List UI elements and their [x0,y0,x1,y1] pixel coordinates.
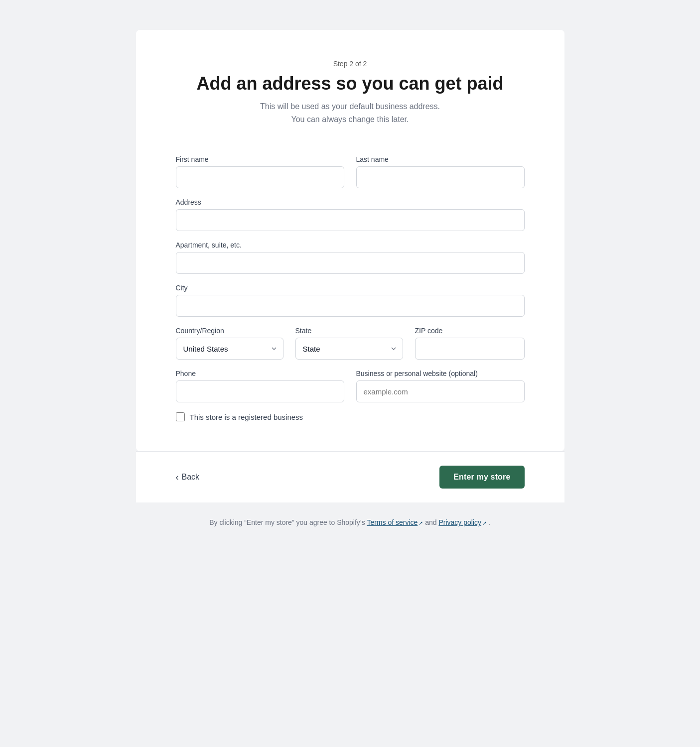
phone-label: Phone [176,370,344,377]
external-link-icon: ➚ [419,520,423,526]
legal-text: By clicking “Enter my store” you agree t… [209,518,491,536]
country-label: Country/Region [176,327,283,335]
country-select[interactable]: United States Canada United Kingdom Aust… [176,338,283,360]
phone-group: Phone [176,370,344,402]
privacy-policy-link[interactable]: Privacy policy➚ [438,518,487,526]
apt-row: Apartment, suite, etc. [176,241,525,274]
checkbox-row: This store is a registered business [176,412,525,421]
city-row: City [176,284,525,317]
first-name-label: First name [176,155,344,163]
website-label: Business or personal website (optional) [356,370,525,377]
last-name-input[interactable] [356,166,525,188]
last-name-label: Last name [356,155,525,163]
state-group: State State Alabama Alaska Arizona Calif… [295,327,403,360]
chevron-left-icon: ‹ [176,472,179,483]
address-row: Address [176,198,525,231]
subtitle-line2: You can always change this later. [291,115,409,124]
state-label: State [295,327,403,335]
website-group: Business or personal website (optional) [356,370,525,402]
back-label: Back [182,473,200,482]
registered-business-label: This store is a registered business [190,413,303,421]
country-group: Country/Region United States Canada Unit… [176,327,283,360]
form-card: Step 2 of 2 Add an address so you can ge… [136,30,564,451]
city-group: City [176,284,525,317]
address-input[interactable] [176,209,525,231]
apt-label: Apartment, suite, etc. [176,241,525,249]
terms-of-service-link[interactable]: Terms of service➚ [367,518,423,526]
phone-website-row: Phone Business or personal website (opti… [176,370,525,402]
legal-period: . [487,518,491,526]
zip-input[interactable] [415,338,525,360]
external-link-icon-2: ➚ [482,520,487,526]
last-name-group: Last name [356,155,525,188]
state-select[interactable]: State Alabama Alaska Arizona California … [295,338,403,360]
address-label: Address [176,198,525,206]
apt-group: Apartment, suite, etc. [176,241,525,274]
address-group: Address [176,198,525,231]
legal-before-text: By clicking “Enter my store” you agree t… [209,518,367,526]
back-button[interactable]: ‹ Back [176,472,200,483]
page-subtitle: This will be used as your default busine… [176,100,525,125]
subtitle-line1: This will be used as your default busine… [260,102,440,111]
apt-input[interactable] [176,252,525,274]
first-name-input[interactable] [176,166,344,188]
city-input[interactable] [176,295,525,317]
page-title: Add an address so you can get paid [176,73,525,94]
name-row: First name Last name [176,155,525,188]
zip-group: ZIP code [415,327,525,360]
step-indicator: Step 2 of 2 [176,60,525,68]
registered-business-checkbox[interactable] [176,412,185,421]
city-label: City [176,284,525,292]
zip-label: ZIP code [415,327,525,335]
phone-input[interactable] [176,380,344,402]
enter-store-button[interactable]: Enter my store [439,466,524,489]
footer-bar: ‹ Back Enter my store [136,451,564,502]
legal-and-text: and [423,518,438,526]
first-name-group: First name [176,155,344,188]
website-input[interactable] [356,380,525,402]
country-state-zip-row: Country/Region United States Canada Unit… [176,327,525,360]
